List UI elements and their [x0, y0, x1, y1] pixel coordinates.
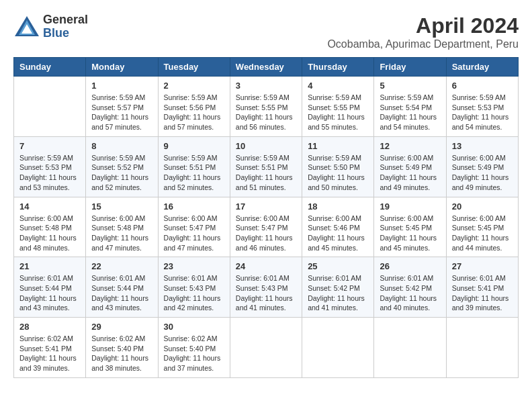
day-info: Sunrise: 6:01 AMSunset: 5:43 PMDaylight:…	[236, 273, 296, 313]
day-info: Sunrise: 5:59 AMSunset: 5:55 PMDaylight:…	[236, 93, 296, 132]
weekday-header-friday: Friday	[374, 58, 446, 77]
calendar-cell: 17Sunrise: 6:00 AMSunset: 5:47 PMDayligh…	[230, 197, 302, 257]
day-number: 18	[308, 201, 368, 212]
day-number: 27	[452, 261, 513, 271]
calendar-cell: 28Sunrise: 6:02 AMSunset: 5:41 PMDayligh…	[14, 318, 86, 378]
day-info: Sunrise: 6:02 AMSunset: 5:40 PMDaylight:…	[164, 334, 224, 373]
day-number: 16	[164, 201, 224, 212]
month-title: April 2024	[327, 13, 519, 38]
day-number: 22	[91, 261, 152, 271]
day-info: Sunrise: 5:59 AMSunset: 5:53 PMDaylight:…	[452, 93, 513, 132]
day-info: Sunrise: 6:00 AMSunset: 5:48 PMDaylight:…	[91, 214, 152, 253]
day-info: Sunrise: 6:00 AMSunset: 5:45 PMDaylight:…	[452, 214, 513, 253]
day-number: 14	[19, 201, 80, 212]
calendar-week-row: 28Sunrise: 6:02 AMSunset: 5:41 PMDayligh…	[14, 318, 519, 378]
weekday-header-wednesday: Wednesday	[230, 58, 302, 77]
calendar-week-row: 21Sunrise: 6:01 AMSunset: 5:44 PMDayligh…	[14, 257, 519, 318]
calendar-cell: 20Sunrise: 6:00 AMSunset: 5:45 PMDayligh…	[446, 197, 518, 257]
day-number: 23	[164, 261, 224, 271]
calendar-cell: 25Sunrise: 6:01 AMSunset: 5:42 PMDayligh…	[302, 257, 374, 318]
day-info: Sunrise: 6:02 AMSunset: 5:41 PMDaylight:…	[19, 334, 80, 373]
logo-blue: Blue	[43, 27, 88, 40]
weekday-header-tuesday: Tuesday	[158, 58, 230, 77]
day-info: Sunrise: 6:00 AMSunset: 5:46 PMDaylight:…	[308, 214, 368, 253]
calendar-cell	[230, 318, 302, 378]
day-number: 2	[164, 81, 224, 91]
calendar-cell: 7Sunrise: 5:59 AMSunset: 5:53 PMDaylight…	[14, 136, 86, 197]
calendar-cell: 11Sunrise: 5:59 AMSunset: 5:50 PMDayligh…	[302, 136, 374, 197]
day-info: Sunrise: 5:59 AMSunset: 5:56 PMDaylight:…	[164, 93, 224, 132]
day-number: 21	[19, 261, 80, 271]
day-info: Sunrise: 5:59 AMSunset: 5:51 PMDaylight:…	[236, 153, 296, 193]
day-info: Sunrise: 6:01 AMSunset: 5:43 PMDaylight:…	[164, 273, 224, 313]
day-number: 19	[380, 201, 440, 212]
day-info: Sunrise: 6:01 AMSunset: 5:42 PMDaylight:…	[308, 273, 368, 313]
calendar-cell: 4Sunrise: 5:59 AMSunset: 5:55 PMDaylight…	[302, 77, 374, 137]
location-title: Ocobamba, Apurimac Department, Peru	[327, 38, 519, 50]
calendar-cell	[302, 318, 374, 378]
day-info: Sunrise: 5:59 AMSunset: 5:50 PMDaylight:…	[308, 153, 368, 193]
day-number: 24	[236, 261, 296, 271]
day-info: Sunrise: 6:00 AMSunset: 5:45 PMDaylight:…	[380, 214, 440, 253]
calendar-week-row: 7Sunrise: 5:59 AMSunset: 5:53 PMDaylight…	[14, 136, 519, 197]
weekday-header-saturday: Saturday	[446, 58, 518, 77]
day-number: 15	[91, 201, 152, 212]
logo: General Blue	[13, 13, 88, 40]
calendar-cell	[14, 77, 86, 137]
day-number: 20	[452, 201, 513, 212]
logo-text: General Blue	[43, 13, 88, 40]
day-number: 30	[164, 322, 224, 332]
day-info: Sunrise: 6:00 AMSunset: 5:47 PMDaylight:…	[236, 214, 296, 253]
weekday-header-thursday: Thursday	[302, 58, 374, 77]
day-number: 17	[236, 201, 296, 212]
header: General Blue April 2024 Ocobamba, Apurim…	[13, 13, 519, 50]
day-info: Sunrise: 6:00 AMSunset: 5:49 PMDaylight:…	[380, 153, 440, 193]
day-info: Sunrise: 6:02 AMSunset: 5:40 PMDaylight:…	[91, 334, 152, 373]
logo-general: General	[43, 13, 88, 27]
calendar-cell	[374, 318, 446, 378]
day-number: 5	[380, 81, 440, 91]
day-info: Sunrise: 6:01 AMSunset: 5:41 PMDaylight:…	[452, 273, 513, 313]
calendar-cell: 10Sunrise: 5:59 AMSunset: 5:51 PMDayligh…	[230, 136, 302, 197]
calendar-cell: 5Sunrise: 5:59 AMSunset: 5:54 PMDaylight…	[374, 77, 446, 137]
calendar-cell: 21Sunrise: 6:01 AMSunset: 5:44 PMDayligh…	[14, 257, 86, 318]
title-area: April 2024 Ocobamba, Apurimac Department…	[327, 13, 519, 50]
day-info: Sunrise: 6:01 AMSunset: 5:42 PMDaylight:…	[380, 273, 440, 313]
day-number: 7	[19, 141, 80, 151]
day-info: Sunrise: 6:00 AMSunset: 5:47 PMDaylight:…	[164, 214, 224, 253]
day-number: 29	[91, 322, 152, 332]
calendar-cell: 18Sunrise: 6:00 AMSunset: 5:46 PMDayligh…	[302, 197, 374, 257]
day-number: 9	[164, 141, 224, 151]
calendar-cell: 2Sunrise: 5:59 AMSunset: 5:56 PMDaylight…	[158, 77, 230, 137]
day-info: Sunrise: 5:59 AMSunset: 5:52 PMDaylight:…	[91, 153, 152, 193]
logo-icon	[13, 15, 40, 39]
calendar-cell: 29Sunrise: 6:02 AMSunset: 5:40 PMDayligh…	[86, 318, 158, 378]
calendar-cell: 24Sunrise: 6:01 AMSunset: 5:43 PMDayligh…	[230, 257, 302, 318]
day-info: Sunrise: 6:01 AMSunset: 5:44 PMDaylight:…	[91, 273, 152, 313]
day-number: 4	[308, 81, 368, 91]
calendar-cell: 3Sunrise: 5:59 AMSunset: 5:55 PMDaylight…	[230, 77, 302, 137]
weekday-header-sunday: Sunday	[14, 58, 86, 77]
day-info: Sunrise: 6:01 AMSunset: 5:44 PMDaylight:…	[19, 273, 80, 313]
calendar-cell: 12Sunrise: 6:00 AMSunset: 5:49 PMDayligh…	[374, 136, 446, 197]
calendar-cell: 27Sunrise: 6:01 AMSunset: 5:41 PMDayligh…	[446, 257, 518, 318]
day-info: Sunrise: 6:00 AMSunset: 5:48 PMDaylight:…	[19, 214, 80, 253]
day-info: Sunrise: 5:59 AMSunset: 5:54 PMDaylight:…	[380, 93, 440, 132]
calendar-cell: 23Sunrise: 6:01 AMSunset: 5:43 PMDayligh…	[158, 257, 230, 318]
calendar-cell: 19Sunrise: 6:00 AMSunset: 5:45 PMDayligh…	[374, 197, 446, 257]
day-number: 13	[452, 141, 513, 151]
calendar-cell: 6Sunrise: 5:59 AMSunset: 5:53 PMDaylight…	[446, 77, 518, 137]
day-number: 28	[19, 322, 80, 332]
calendar-cell: 1Sunrise: 5:59 AMSunset: 5:57 PMDaylight…	[86, 77, 158, 137]
day-number: 11	[308, 141, 368, 151]
calendar-cell: 14Sunrise: 6:00 AMSunset: 5:48 PMDayligh…	[14, 197, 86, 257]
calendar-cell: 15Sunrise: 6:00 AMSunset: 5:48 PMDayligh…	[86, 197, 158, 257]
day-number: 12	[380, 141, 440, 151]
day-info: Sunrise: 5:59 AMSunset: 5:57 PMDaylight:…	[91, 93, 152, 132]
day-number: 6	[452, 81, 513, 91]
day-info: Sunrise: 6:00 AMSunset: 5:49 PMDaylight:…	[452, 153, 513, 193]
calendar-cell: 8Sunrise: 5:59 AMSunset: 5:52 PMDaylight…	[86, 136, 158, 197]
calendar-cell: 13Sunrise: 6:00 AMSunset: 5:49 PMDayligh…	[446, 136, 518, 197]
weekday-header-monday: Monday	[86, 58, 158, 77]
weekday-header-row: SundayMondayTuesdayWednesdayThursdayFrid…	[14, 58, 519, 77]
